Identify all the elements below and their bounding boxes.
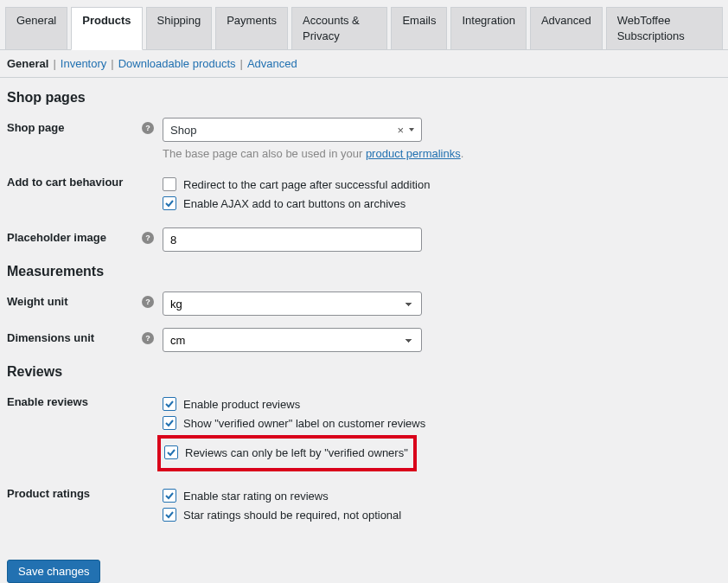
tab-products[interactable]: Products [71, 7, 142, 50]
main-tabs: GeneralProductsShippingPaymentsAccounts … [0, 0, 728, 50]
section-measurements: Measurements [7, 264, 721, 279]
tab-accounts-privacy[interactable]: Accounts & Privacy [291, 7, 387, 49]
label-shop-page: Shop page ? [7, 118, 163, 134]
redirect-checkbox-line: Redirect to the cart page after successf… [163, 177, 430, 191]
row-placeholder: Placeholder image ? [7, 227, 721, 252]
label-weight: Weight unit ? [7, 292, 163, 308]
permalinks-link[interactable]: product permalinks [366, 147, 461, 160]
settings-content: Shop pages Shop page ? Shop × The base p… [0, 78, 728, 583]
section-reviews: Reviews [7, 364, 721, 380]
label-enable-reviews: Enable reviews [7, 392, 163, 408]
sub-tabs: General|Inventory|Downloadable products|… [0, 50, 728, 78]
ajax-checkbox[interactable] [163, 196, 176, 210]
row-dimensions: Dimensions unit ? cm [7, 328, 721, 352]
row-weight: Weight unit ? kg [7, 292, 721, 316]
verified-owner-label-checkbox[interactable] [163, 416, 176, 430]
label-dimensions: Dimensions unit ? [7, 328, 163, 344]
save-button[interactable]: Save changes [7, 560, 100, 583]
highlight-box: Reviews can only be left by "verified ow… [157, 435, 417, 471]
subtab-inventory[interactable]: Inventory [61, 57, 106, 70]
redirect-checkbox[interactable] [163, 177, 176, 191]
help-icon[interactable]: ? [142, 232, 154, 244]
help-icon[interactable]: ? [142, 122, 154, 134]
help-icon[interactable]: ? [142, 296, 154, 308]
tab-integration[interactable]: Integration [450, 7, 526, 49]
help-icon[interactable]: ? [142, 332, 154, 344]
clear-icon[interactable]: × [397, 124, 404, 137]
tab-advanced[interactable]: Advanced [530, 7, 603, 49]
enable-reviews-checkbox[interactable] [163, 397, 176, 411]
dimensions-select[interactable]: cm [163, 328, 422, 352]
row-product-ratings: Product ratings Enable star rating on re… [7, 484, 721, 527]
chevron-down-icon [409, 128, 414, 131]
shop-page-select[interactable]: Shop × [163, 118, 422, 142]
placeholder-input[interactable] [163, 227, 422, 252]
subtab-advanced[interactable]: Advanced [247, 57, 297, 70]
star-rating-checkbox[interactable] [163, 489, 176, 503]
star-rating-line: Enable star rating on reviews [163, 489, 401, 503]
tab-emails[interactable]: Emails [391, 7, 447, 49]
subtab-general[interactable]: General [7, 57, 48, 70]
star-required-line: Star ratings should be required, not opt… [163, 508, 401, 522]
row-add-to-cart: Add to cart behaviour Redirect to the ca… [7, 172, 721, 215]
tab-payments[interactable]: Payments [215, 7, 288, 49]
subtab-downloadable-products[interactable]: Downloadable products [118, 57, 236, 70]
tab-shipping[interactable]: Shipping [146, 7, 213, 49]
enable-reviews-line: Enable product reviews [163, 397, 425, 411]
label-add-to-cart: Add to cart behaviour [7, 172, 163, 189]
ajax-checkbox-line: Enable AJAX add to cart buttons on archi… [163, 196, 430, 210]
verified-only-line: Reviews can only be left by "verified ow… [164, 445, 408, 459]
label-product-ratings: Product ratings [7, 484, 163, 500]
tab-general[interactable]: General [5, 7, 67, 49]
star-required-checkbox[interactable] [163, 508, 176, 522]
verified-only-checkbox[interactable] [164, 445, 178, 459]
verified-owner-label-line: Show "verified owner" label on customer … [163, 416, 425, 430]
section-shop-pages: Shop pages [7, 90, 721, 106]
label-placeholder: Placeholder image ? [7, 227, 163, 244]
row-enable-reviews: Enable reviews Enable product reviews Sh… [7, 392, 721, 471]
tab-webtoffee-subscriptions[interactable]: WebToffee Subscriptions [606, 7, 723, 49]
row-shop-page: Shop page ? Shop × The base page can als… [7, 118, 721, 160]
weight-select[interactable]: kg [163, 292, 422, 316]
shop-page-hint: The base page can also be used in your p… [163, 147, 463, 160]
